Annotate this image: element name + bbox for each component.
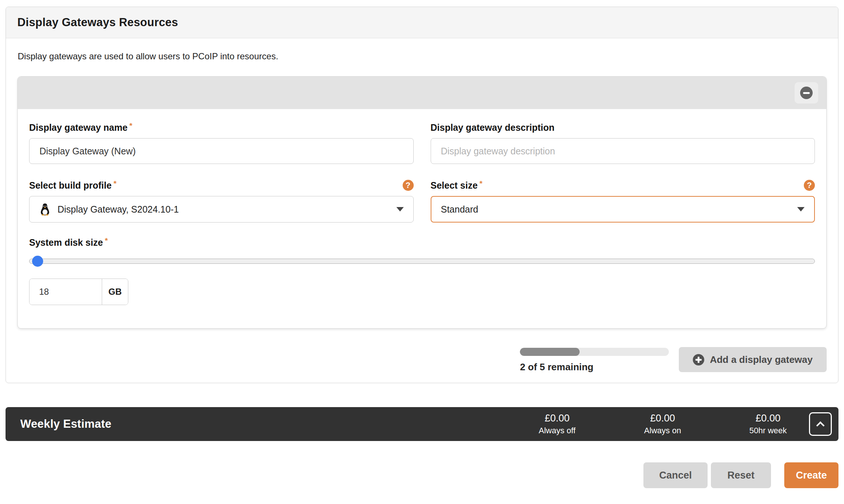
minus-icon [800, 87, 813, 99]
build-profile-label: Select build profile* [29, 180, 117, 191]
quota-block: 2 of 5 remaining [520, 347, 669, 373]
chevron-down-icon [396, 207, 404, 211]
disk-size-unit: GB [102, 279, 128, 305]
gateway-item-header [18, 77, 826, 109]
gateway-description-label: Display gateway description [431, 122, 555, 133]
weekly-estimate-bar: Weekly Estimate £0.00 Always off £0.00 A… [6, 407, 838, 441]
gateway-name-label: Display gateway name* [29, 122, 132, 133]
build-profile-help-icon[interactable]: ? [403, 180, 414, 191]
required-asterisk: * [479, 179, 482, 188]
build-profile-value: Display Gateway, S2024.10-1 [58, 204, 179, 215]
estimate-label: Always on [624, 426, 701, 435]
card-header: Display Gateways Resources [6, 7, 838, 38]
quota-progress-bar [520, 348, 669, 356]
linux-icon [39, 203, 51, 216]
plus-icon [693, 354, 704, 365]
gateway-name-input[interactable] [29, 138, 414, 164]
gateway-name-field: Display gateway name* [29, 122, 414, 164]
weekly-estimate-title: Weekly Estimate [20, 417, 111, 431]
estimate-50hr-week: £0.00 50hr week [729, 413, 807, 435]
add-display-gateway-button[interactable]: Add a display gateway [679, 347, 827, 372]
slider-handle[interactable] [32, 256, 43, 267]
card-body: Display gateways are used to allow users… [6, 38, 838, 384]
required-asterisk: * [114, 179, 117, 188]
chevron-down-icon [797, 207, 805, 211]
disk-size-input[interactable] [29, 279, 102, 305]
gateway-description-field: Display gateway description [431, 122, 815, 164]
quota-progress-fill [520, 348, 580, 356]
size-help-icon[interactable]: ? [804, 180, 815, 191]
remove-gateway-button[interactable] [795, 82, 818, 104]
add-display-gateway-label: Add a display gateway [710, 354, 813, 365]
size-value: Standard [441, 204, 478, 215]
estimate-label: 50hr week [729, 426, 807, 435]
gateway-description-input[interactable] [431, 138, 815, 164]
disk-size-input-group: GB [29, 279, 128, 305]
chevron-up-icon [816, 421, 825, 430]
disk-size-slider[interactable] [29, 255, 815, 267]
quota-remaining-text: 2 of 5 remaining [520, 361, 669, 373]
estimate-amount: £0.00 [624, 413, 701, 424]
slider-track[interactable] [29, 259, 815, 264]
disk-size-field: System disk size* GB [29, 237, 815, 305]
gateway-item-body: Display gateway name* Display gateway de… [18, 109, 826, 328]
required-asterisk: * [105, 236, 108, 245]
cancel-button[interactable]: Cancel [643, 462, 708, 488]
display-gateways-card: Display Gateways Resources Display gatew… [6, 7, 838, 383]
page-title: Display Gateways Resources [17, 16, 178, 29]
estimate-amount: £0.00 [729, 413, 807, 424]
build-profile-select[interactable]: Display Gateway, S2024.10-1 [29, 196, 414, 223]
size-label: Select size* [431, 180, 483, 191]
build-profile-field: Select build profile* ? [29, 179, 414, 223]
required-asterisk: * [129, 121, 132, 130]
footer-actions: Cancel Reset Create [643, 462, 838, 488]
weekly-estimate-columns: £0.00 Always off £0.00 Always on £0.00 5… [518, 413, 807, 435]
size-field: Select size* ? Standard [431, 179, 815, 223]
size-select[interactable]: Standard [431, 196, 815, 223]
estimate-label: Always off [518, 426, 596, 435]
page-description: Display gateways are used to allow users… [18, 51, 827, 62]
create-button[interactable]: Create [784, 462, 838, 488]
estimate-amount: £0.00 [518, 413, 596, 424]
collapse-estimate-button[interactable] [809, 412, 832, 436]
disk-size-label: System disk size* [29, 237, 108, 248]
quota-and-add-row: 2 of 5 remaining Add a display gateway [17, 347, 827, 373]
reset-button[interactable]: Reset [711, 462, 771, 488]
estimate-always-off: £0.00 Always off [518, 413, 596, 435]
estimate-always-on: £0.00 Always on [624, 413, 701, 435]
gateway-item-card: Display gateway name* Display gateway de… [17, 76, 827, 329]
